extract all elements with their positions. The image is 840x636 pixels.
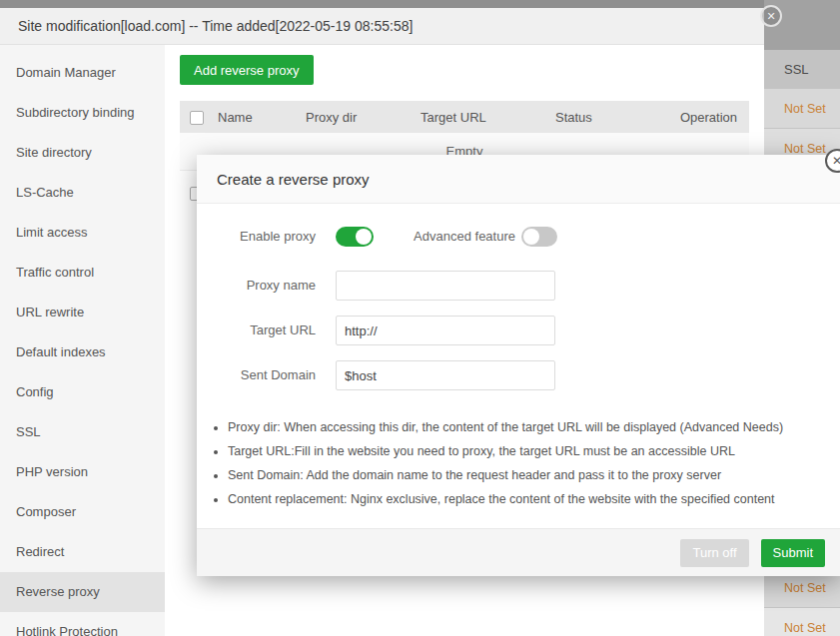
sidebar-item-default-indexes[interactable]: Default indexes <box>0 332 165 372</box>
ssl-status-badge: Not Set <box>764 608 840 636</box>
submit-button[interactable]: Submit <box>761 539 825 567</box>
sidebar-item-url-rewrite[interactable]: URL rewrite <box>0 293 165 332</box>
modal-body: Enable proxy Advanced feature Proxy name… <box>197 204 840 528</box>
proxy-name-input[interactable] <box>336 271 555 301</box>
target-url-label: Target URL <box>217 316 316 345</box>
note-item: Content replacement: Nginx exclusive, re… <box>228 487 827 511</box>
sidebar-item-ls-cache[interactable]: LS-Cache <box>0 173 165 213</box>
toggles-row: Enable proxy Advanced feature <box>197 227 840 247</box>
sidebar-item-limit-access[interactable]: Limit access <box>0 213 165 253</box>
advanced-feature-label: Advanced feature <box>405 227 515 247</box>
column-header-name: Name <box>218 110 306 125</box>
turn-off-button[interactable]: Turn off <box>680 539 748 567</box>
modal-footer: Turn off Submit <box>197 528 840 576</box>
help-notes: Proxy dir: When accessing this dir, the … <box>228 415 827 511</box>
add-reverse-proxy-button[interactable]: Add reverse proxy <box>180 55 314 85</box>
ssl-status-badge: Not Set <box>764 89 840 129</box>
sidebar-item-ssl[interactable]: SSL <box>0 412 165 452</box>
note-item: Target URL:Fill in the website you need … <box>228 439 827 463</box>
table-header-row: Name Proxy dir Target URL Status Operati… <box>180 101 749 133</box>
sidebar-item-site-directory[interactable]: Site directory <box>0 133 165 173</box>
sent-domain-label: Sent Domain <box>217 360 316 390</box>
toggle-knob <box>523 229 539 245</box>
sidebar-item-hotlink-protection[interactable]: Hotlink Protection <box>0 612 165 636</box>
note-item: Sent Domain: Add the domain name to the … <box>228 463 827 487</box>
column-header-proxy-dir: Proxy dir <box>306 110 420 125</box>
sidebar-item-php-version[interactable]: PHP version <box>0 452 165 492</box>
sidebar-item-composer[interactable]: Composer <box>0 492 165 532</box>
dialog-title: Site modification[load.com] -- Time adde… <box>0 8 764 45</box>
enable-proxy-label: Enable proxy <box>217 227 316 247</box>
modal-title: Create a reverse proxy <box>197 155 840 204</box>
sidebar-item-redirect[interactable]: Redirect <box>0 532 165 572</box>
advanced-feature-toggle[interactable] <box>521 227 557 247</box>
background-ssl-column-header: SSL <box>764 50 840 89</box>
target-url-input[interactable] <box>336 316 555 345</box>
column-header-status: Status <box>555 110 675 125</box>
sent-domain-input[interactable] <box>336 360 555 390</box>
column-header-operation: Operation <box>675 110 749 125</box>
close-icon[interactable]: ✕ <box>760 5 782 27</box>
create-reverse-proxy-modal: Create a reverse proxy ✕ Enable proxy Ad… <box>197 155 840 576</box>
enable-proxy-toggle[interactable] <box>336 227 374 247</box>
column-header-target-url: Target URL <box>420 110 555 125</box>
note-item: Proxy dir: When accessing this dir, the … <box>228 415 827 439</box>
proxy-name-label: Proxy name <box>217 271 316 301</box>
sidebar-item-domain-manager[interactable]: Domain Manager <box>0 53 165 93</box>
sidebar-item-reverse-proxy[interactable]: Reverse proxy <box>0 572 165 612</box>
sidebar-item-subdirectory-binding[interactable]: Subdirectory binding <box>0 93 165 133</box>
select-all-checkbox[interactable] <box>190 111 204 125</box>
sidebar-item-config[interactable]: Config <box>0 372 165 412</box>
sidebar: Domain Manager Subdirectory binding Site… <box>0 45 165 636</box>
toggle-knob <box>356 229 372 245</box>
sidebar-item-traffic-control[interactable]: Traffic control <box>0 253 165 293</box>
